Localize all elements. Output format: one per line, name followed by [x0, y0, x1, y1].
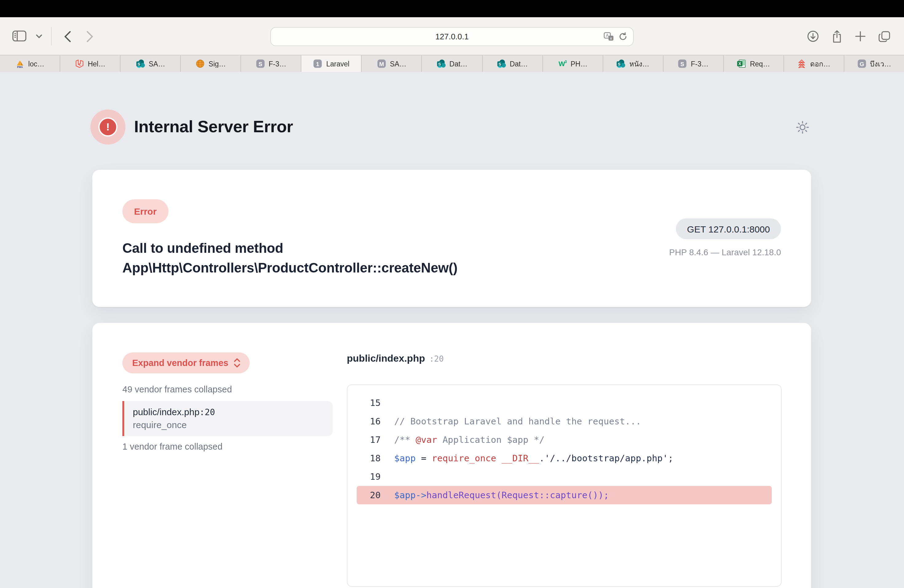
gray-letter-favicon-icon: M — [377, 59, 386, 68]
sharepoint-favicon-icon: S — [616, 59, 626, 68]
tab-dat[interactable]: SDat… — [422, 55, 482, 72]
tab-hel[interactable]: Hel… — [60, 55, 120, 72]
translate-icon[interactable]: A x — [604, 32, 614, 41]
red-chevrons-favicon-icon — [797, 59, 806, 68]
code-text: $app = require_once __DIR__.'/../bootstr… — [394, 453, 673, 463]
request-method-badge: GET 127.0.0.1:8000 — [676, 218, 781, 239]
error-summary-card: Error Call to undefined method App\Http\… — [92, 170, 811, 307]
w3schools-favicon-icon: W3 — [558, 59, 567, 68]
code-text: // Bootstrap Laravel and handle the requ… — [394, 416, 641, 426]
code-line-18: 18$app = require_once __DIR__.'/../boots… — [348, 449, 781, 468]
error-message-line1: Call to undefined method — [122, 239, 458, 258]
back-button-icon[interactable] — [64, 30, 71, 42]
tab-label: บึงเว… — [870, 58, 891, 69]
tab-overview-icon[interactable] — [878, 30, 890, 42]
tab-sa[interactable]: SSA… — [120, 55, 180, 72]
tab-label: หนัง… — [629, 58, 650, 69]
vendor-frames-collapsed-top: 49 vendor frames collapsed — [122, 384, 232, 394]
downloads-icon[interactable] — [807, 30, 819, 43]
code-text: $app->handleRequest(Request::capture()); — [394, 490, 609, 500]
tab-item-10[interactable]: Sหนัง… — [602, 55, 663, 72]
orange-globe-favicon-icon — [196, 59, 205, 68]
error-message: Call to undefined method App\Http\Contro… — [122, 239, 458, 278]
svg-text:S: S — [618, 62, 621, 66]
page-content: ! Internal Server Error Error Call to un… — [0, 72, 904, 588]
tab-f3[interactable]: SF-3… — [663, 55, 723, 72]
line-number: 16 — [361, 416, 381, 426]
vendor-frames-collapsed-bottom: 1 vendor frame collapsed — [122, 442, 223, 452]
svg-text:X: X — [738, 61, 742, 66]
stack-frame-item[interactable]: public/index.php:20 require_once — [122, 401, 333, 436]
sidebar-chevron-down-icon[interactable] — [36, 34, 43, 39]
tab-label: Dat… — [510, 60, 528, 67]
tab-sig[interactable]: Sig… — [180, 55, 240, 72]
tab-item-13[interactable]: ดอก… — [784, 55, 844, 72]
tab-label: Req… — [750, 60, 770, 67]
tab-loc[interactable]: PMAloc… — [0, 55, 60, 72]
svg-text:S: S — [137, 62, 140, 66]
tab-sa[interactable]: MSA… — [361, 55, 422, 72]
code-viewer-file: public/index.php — [347, 353, 425, 364]
address-bar[interactable]: 127.0.0.1 A x — [270, 27, 634, 46]
tab-label: Sig… — [209, 60, 226, 67]
sidebar-toggle-icon[interactable] — [12, 30, 27, 43]
gray-letter-favicon-icon: S — [256, 59, 265, 68]
code-line-19: 19 — [348, 468, 781, 486]
chevron-up-down-icon — [233, 358, 241, 368]
line-number: 18 — [361, 453, 381, 463]
tab-label: ดอก… — [810, 58, 831, 69]
code-viewer-header: public/index.php:20 — [347, 352, 444, 365]
error-message-line2: App\Http\Controllers\ProductController::… — [122, 258, 458, 278]
tab-strip: PMAloc…Hel…SSA…Sig…SF-3…1LaravelMSA…SDat… — [0, 55, 904, 72]
code-line-16: 16// Bootstrap Laravel and handle the re… — [348, 412, 781, 430]
stack-frame-file: public/index.php:20 — [133, 406, 324, 418]
code-line-20: 20$app->handleRequest(Request::capture()… — [357, 486, 772, 504]
browser-toolbar: 127.0.0.1 A x — [0, 17, 904, 55]
tab-label: F-3… — [269, 60, 286, 67]
svg-text:1: 1 — [316, 61, 319, 67]
theme-toggle-sun-icon[interactable] — [795, 120, 810, 135]
new-tab-icon[interactable] — [855, 31, 866, 42]
tab-req[interactable]: XReq… — [723, 55, 784, 72]
expand-vendor-frames-button[interactable]: Expand vendor frames — [122, 352, 250, 373]
svg-text:PMA: PMA — [17, 65, 23, 68]
forward-button-icon[interactable] — [86, 30, 93, 42]
tab-label: F-3… — [691, 60, 709, 67]
svg-text:x: x — [610, 36, 612, 41]
svg-text:A: A — [606, 33, 609, 38]
tab-label: Laravel — [326, 60, 349, 67]
svg-text:S: S — [438, 62, 441, 66]
tab-f3[interactable]: SF-3… — [241, 55, 301, 72]
svg-text:3: 3 — [565, 60, 567, 64]
tab-laravel[interactable]: 1Laravel — [301, 55, 361, 72]
tab-ph[interactable]: W3PH… — [542, 55, 602, 72]
line-number: 15 — [361, 398, 381, 408]
stack-trace-card: Expand vendor frames 49 vendor frames co… — [92, 323, 811, 588]
expand-vendor-frames-label: Expand vendor frames — [132, 358, 228, 368]
code-line-17: 17/** @var Application $app */ — [348, 430, 781, 449]
gray-letter-favicon-icon: G — [857, 59, 866, 68]
tab-item-14[interactable]: Gบึงเว… — [844, 55, 904, 72]
code-viewer-line: :20 — [429, 354, 444, 364]
share-icon[interactable] — [831, 30, 842, 43]
sharepoint-favicon-icon: S — [437, 59, 446, 68]
svg-text:M: M — [379, 61, 384, 67]
svg-text:G: G — [860, 61, 864, 67]
sharepoint-favicon-icon: S — [136, 59, 145, 68]
error-type-badge: Error — [122, 199, 168, 223]
safari-window: 127.0.0.1 A x — [0, 0, 904, 588]
reload-icon[interactable] — [618, 32, 627, 41]
line-number: 20 — [361, 490, 381, 500]
error-status-icon: ! — [90, 109, 125, 145]
line-number: 17 — [361, 435, 381, 445]
code-viewer: 1516// Bootstrap Laravel and handle the … — [347, 384, 782, 587]
tab-dat[interactable]: SDat… — [482, 55, 542, 72]
svg-text:S: S — [259, 61, 262, 67]
svg-text:S: S — [498, 62, 501, 66]
page-header: ! Internal Server Error — [92, 109, 811, 145]
tab-label: PH… — [571, 60, 588, 67]
tab-label: Dat… — [450, 60, 468, 67]
svg-text:S: S — [680, 61, 684, 67]
gray-letter-favicon-icon: S — [678, 59, 687, 68]
phpmyadmin-favicon-icon: PMA — [15, 59, 25, 68]
